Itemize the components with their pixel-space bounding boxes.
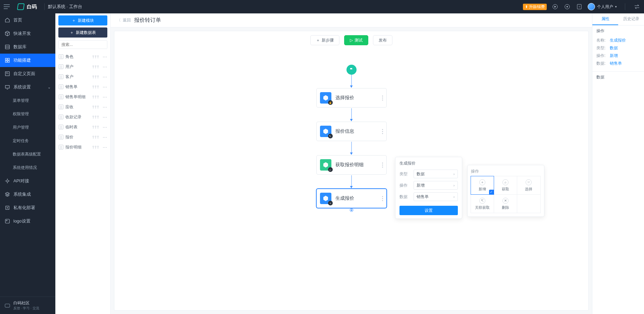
more-icon[interactable]: ⋯ xyxy=(101,115,107,120)
nav-subitem[interactable]: 菜单管理 xyxy=(0,94,55,107)
prop-value[interactable]: 销售单 xyxy=(610,61,622,66)
help-chat-icon[interactable] xyxy=(564,3,571,10)
node-menu[interactable] xyxy=(382,163,383,168)
nav-subitem[interactable]: 系统使用情况 xyxy=(0,161,55,174)
sliders-icon[interactable]: ⫯⫯⫯ xyxy=(92,104,99,110)
table-row[interactable]: 角色 ⫯⫯⫯ ⋯ xyxy=(55,52,110,62)
table-row[interactable]: 销售单 ⫯⫯⫯ ⋯ xyxy=(55,82,110,92)
popover-select[interactable]: 数据 › xyxy=(414,170,458,178)
publish-button[interactable]: 发布 xyxy=(373,35,392,45)
popover-select[interactable]: 新增 › xyxy=(414,181,458,190)
more-icon[interactable]: ⋯ xyxy=(101,95,107,100)
canvas[interactable]: ＋ 新步骤 ▷ 测试 发布 ☝ 选择报价 xyxy=(114,31,589,311)
svg-rect-5 xyxy=(5,45,9,49)
arrow-up-icon: ⬆ xyxy=(525,5,528,9)
action-option[interactable]: ＋ 新增 xyxy=(471,176,494,195)
node-menu[interactable] xyxy=(382,96,383,101)
more-icon[interactable]: ⋯ xyxy=(101,64,107,69)
prop-value[interactable]: 生成报价 xyxy=(610,38,626,43)
popover-select[interactable]: 销售单 › xyxy=(414,192,458,201)
nav-item[interactable]: 自定义页面 xyxy=(0,67,55,80)
menu-toggle-icon[interactable] xyxy=(0,0,13,13)
action-option[interactable]: ⌕ 获取 xyxy=(494,176,517,195)
sliders-icon[interactable]: ⫯⫯⫯ xyxy=(92,114,99,120)
node-icon: ＋ xyxy=(320,193,331,204)
node-menu[interactable] xyxy=(382,129,383,134)
nav-item[interactable]: 系统集成 xyxy=(0,188,55,201)
nav-item[interactable]: logo设置 xyxy=(0,214,55,228)
action-option[interactable]: ☞ 选择 xyxy=(517,176,540,195)
nav-subitem[interactable]: 权限管理 xyxy=(0,107,55,121)
more-icon[interactable]: ⋯ xyxy=(101,74,107,79)
popover-label: 数据 xyxy=(399,194,410,200)
nav-subitem[interactable]: 定时任务 xyxy=(0,134,55,147)
table-row[interactable]: 收款记录 ⫯⫯⫯ ⋯ xyxy=(55,112,110,122)
flow-port[interactable] xyxy=(350,209,353,211)
avatar xyxy=(588,3,595,10)
table-row[interactable]: 应收 ⫯⫯⫯ ⋯ xyxy=(55,102,110,112)
sliders-icon[interactable]: ⫯⫯⫯ xyxy=(92,64,99,69)
prop-label: 操作: xyxy=(596,53,608,59)
sliders-icon[interactable]: ⫯⫯⫯ xyxy=(92,144,99,150)
nav-item[interactable]: 首页 xyxy=(0,13,55,27)
back-button[interactable]: 〈 返回 xyxy=(117,17,131,23)
nav-footer[interactable]: 白码社区 反馈 · 学习 · 交流 xyxy=(0,297,55,314)
more-icon[interactable]: ⋯ xyxy=(101,54,107,59)
table-row[interactable]: 销售单明细 ⫯⫯⫯ ⋯ xyxy=(55,92,110,102)
nav-item[interactable]: API对接 xyxy=(0,174,55,188)
start-node[interactable] xyxy=(346,65,357,75)
page-title: 报价转订单 xyxy=(134,17,161,24)
play-icon[interactable] xyxy=(551,3,559,10)
nav-item[interactable]: 快速开发 xyxy=(0,27,55,40)
popover-row: 操作 新增 › xyxy=(399,181,458,190)
sliders-icon[interactable]: ⫯⫯⫯ xyxy=(92,54,99,59)
sliders-icon[interactable]: ⫯⫯⫯ xyxy=(92,74,99,79)
node-badge-icon: ☝ xyxy=(328,100,333,105)
nav-subitem[interactable]: 数据表高级配置 xyxy=(0,147,55,161)
more-icon[interactable]: ⋯ xyxy=(101,135,107,140)
table-row[interactable]: 临时表 ⫯⫯⫯ ⋯ xyxy=(55,122,110,132)
new-step-button[interactable]: ＋ 新步骤 xyxy=(310,35,339,45)
table-row[interactable]: 客户 ⫯⫯⫯ ⋯ xyxy=(55,72,110,82)
nav-item[interactable]: 系统设置 ⌄ xyxy=(0,80,55,94)
swap-icon[interactable] xyxy=(633,3,641,10)
sliders-icon[interactable]: ⫯⫯⫯ xyxy=(92,84,99,89)
sliders-icon[interactable]: ⫯⫯⫯ xyxy=(92,124,99,130)
more-icon[interactable]: ⋯ xyxy=(101,105,107,110)
prop-value[interactable]: 新增 xyxy=(610,53,618,59)
nav-item[interactable]: 私有化部署 xyxy=(0,201,55,214)
flow-node[interactable]: ↖ 报价信息 xyxy=(316,122,387,141)
action-option[interactable]: ✕ 删除 xyxy=(494,194,517,213)
flow-node[interactable]: ☝ 选择报价 xyxy=(316,88,387,108)
more-icon[interactable]: ⋯ xyxy=(101,125,107,130)
more-icon[interactable]: ⋯ xyxy=(101,84,107,89)
node-title: 报价信息 xyxy=(335,128,378,134)
brand-logo[interactable]: 白码 xyxy=(13,3,41,10)
table-row[interactable]: 报价 ⫯⫯⫯ ⋯ xyxy=(55,132,110,142)
doc-icon[interactable]: ? xyxy=(576,3,583,10)
test-button[interactable]: ▷ 测试 xyxy=(344,35,368,45)
table-row[interactable]: 报价明细 ⫯⫯⫯ ⋯ xyxy=(55,142,110,152)
sliders-icon[interactable]: ⫯⫯⫯ xyxy=(92,94,99,100)
upgrade-button[interactable]: ⬆ 升级/续费 xyxy=(523,4,547,10)
tab-properties[interactable]: 属性 xyxy=(592,13,618,25)
user-menu[interactable]: 个人用户 ▾ xyxy=(588,3,617,10)
flow-arrow xyxy=(351,175,352,188)
nav-item[interactable]: 功能搭建 xyxy=(0,54,55,67)
nav-item[interactable]: 数据库 xyxy=(0,40,55,54)
search-input[interactable] xyxy=(59,41,107,49)
action-option[interactable]: ↸ 关联获取 xyxy=(471,194,494,213)
more-icon[interactable]: ⋯ xyxy=(101,145,107,150)
table-row[interactable]: 用户 ⫯⫯⫯ ⋯ xyxy=(55,62,110,72)
new-module-button[interactable]: ＋ 新建模块 xyxy=(58,15,107,25)
nav-subitem[interactable]: 用户管理 xyxy=(0,121,55,134)
prop-value[interactable]: 数据 xyxy=(610,45,618,51)
tab-history[interactable]: 历史记录 xyxy=(618,13,644,25)
new-table-button[interactable]: ＋ 新建数据表 xyxy=(58,27,107,38)
sliders-icon[interactable]: ⫯⫯⫯ xyxy=(92,134,99,140)
nav-label: 系统集成 xyxy=(13,191,31,197)
popover-settings-button[interactable]: 设置 xyxy=(399,206,458,215)
flow-node[interactable]: ＋ 生成报价 xyxy=(316,189,387,208)
node-menu[interactable] xyxy=(382,196,383,201)
flow-node[interactable]: ⌕ 获取报价明细 xyxy=(316,155,387,175)
